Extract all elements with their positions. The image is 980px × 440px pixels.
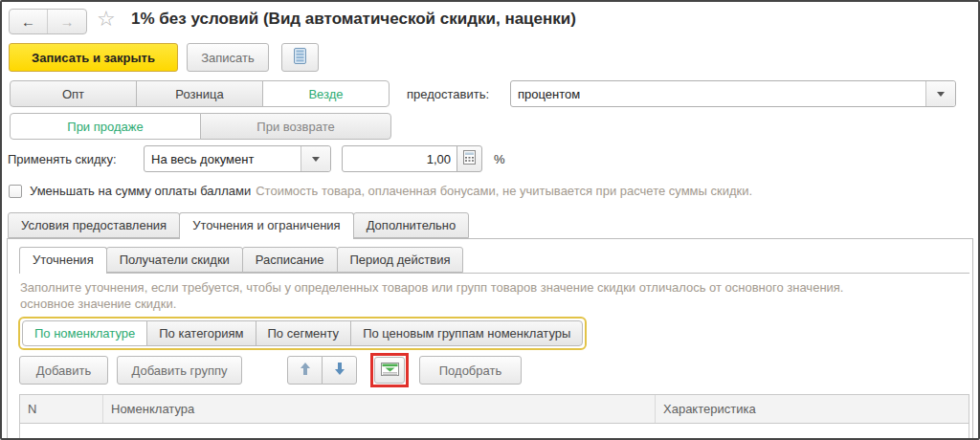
nomenclature-table: N Номенклатура Характеристика: [19, 394, 969, 438]
sub-tabs: Уточнения Получатели скидки Расписание П…: [19, 247, 463, 274]
dropdown-arrow-icon[interactable]: [301, 146, 330, 171]
tab-usloviya-predostavleniya[interactable]: Условия предоставления: [8, 212, 180, 238]
tab-utochneniya[interactable]: Уточнения: [19, 247, 107, 274]
pick-button[interactable]: Подобрать: [419, 356, 522, 385]
calculator-icon: [463, 150, 476, 167]
add-group-button[interactable]: Добавить группу: [117, 356, 242, 385]
segment-roznitsa[interactable]: Розница: [136, 80, 263, 107]
segment-pri-prodazhe[interactable]: При продаже: [10, 113, 201, 140]
segment-po-tsenovym-gruppam[interactable]: По ценовым группам номенклатуры: [350, 320, 583, 346]
reduce-by-bonus-checkbox[interactable]: [9, 185, 22, 198]
refinements-description: Заполните уточнения, если требуется, что…: [20, 279, 970, 312]
apply-discount-label: Применять скидку:: [8, 152, 117, 166]
move-down-button[interactable]: [322, 356, 357, 385]
tab-poluchateli-skidki[interactable]: Получатели скидки: [106, 247, 243, 273]
discount-type-window: ← → ☆ 1% без условий (Вид автоматической…: [0, 0, 980, 440]
discount-amount-group: [342, 145, 482, 172]
percent-sign-label: %: [494, 152, 505, 166]
collapse-list-button[interactable]: [374, 357, 405, 384]
tab-dopolnitelno[interactable]: Дополнительно: [353, 212, 470, 238]
favorite-star-icon[interactable]: ☆: [97, 7, 116, 32]
column-header-n[interactable]: N: [20, 395, 103, 423]
segment-po-segmentu[interactable]: По сегменту: [256, 320, 352, 346]
column-header-kharakteristika[interactable]: Характеристика: [656, 395, 969, 423]
provide-label: предоставить:: [407, 87, 489, 101]
segment-po-kategoriyam[interactable]: По категориям: [146, 320, 256, 346]
refinements-description-line2: основное значение скидки.: [20, 296, 970, 312]
history-nav-group: ← →: [9, 9, 87, 34]
list-icon: [294, 48, 306, 67]
event-segment: При продаже При возврате: [10, 113, 391, 140]
main-tabs: Условия предоставления Уточнения и огран…: [8, 212, 469, 239]
filter-segment-focus-ring: По номенклатуре По категориям По сегмент…: [18, 317, 587, 350]
sales-channel-segment: Опт Розница Везде: [10, 80, 390, 107]
page-title: 1% без условий (Вид автоматической скидк…: [131, 10, 576, 29]
add-button[interactable]: Добавить: [19, 356, 108, 385]
move-up-button[interactable]: [287, 356, 323, 385]
refinements-description-line1: Заполните уточнения, если требуется, что…: [20, 279, 970, 296]
show-in-list-button[interactable]: [281, 43, 319, 72]
apply-scope-combo[interactable]: На весь документ: [144, 145, 331, 172]
segment-po-nomenklature[interactable]: По номенклатуре: [22, 320, 147, 346]
apply-scope-value: На весь документ: [145, 152, 301, 166]
table-collapse-icon: [381, 363, 399, 379]
table-body[interactable]: [20, 424, 969, 440]
column-header-nomenklatura[interactable]: Номенклатура: [103, 395, 656, 423]
reduce-by-bonus-label[interactable]: Уменьшать на сумму оплаты баллами: [30, 184, 251, 198]
segment-pri-vozvrate[interactable]: При возврате: [200, 113, 391, 140]
arrow-down-icon: [334, 363, 345, 378]
highlight-annotation-box: [370, 353, 409, 387]
save-and-close-button[interactable]: Записать и закрыть: [9, 43, 178, 72]
segment-opt[interactable]: Опт: [10, 80, 137, 107]
back-button[interactable]: ←: [10, 10, 48, 33]
tab-utochneniya-i-ogranicheniya[interactable]: Уточнения и ограничения: [179, 212, 354, 239]
forward-button[interactable]: →: [48, 10, 86, 33]
segment-vezde[interactable]: Везде: [262, 80, 390, 107]
table-header-row: N Номенклатура Характеристика: [20, 395, 969, 424]
tab-period-deystviya[interactable]: Период действия: [337, 247, 464, 273]
save-button[interactable]: Записать: [187, 43, 269, 72]
provide-combo-value: процентом: [511, 87, 925, 101]
calculator-button[interactable]: [457, 145, 482, 172]
dropdown-arrow-icon[interactable]: [925, 81, 955, 106]
arrow-up-icon: [300, 363, 311, 378]
discount-amount-input[interactable]: [342, 145, 457, 172]
reduce-by-bonus-hint: Стоимость товара, оплаченная бонусами, н…: [256, 184, 752, 198]
tab-raspisanie[interactable]: Расписание: [242, 247, 338, 273]
provide-combo[interactable]: процентом: [510, 80, 956, 107]
move-row-buttons: [287, 356, 357, 385]
bonus-checkbox-row: Уменьшать на сумму оплаты баллами Стоимо…: [9, 184, 752, 198]
